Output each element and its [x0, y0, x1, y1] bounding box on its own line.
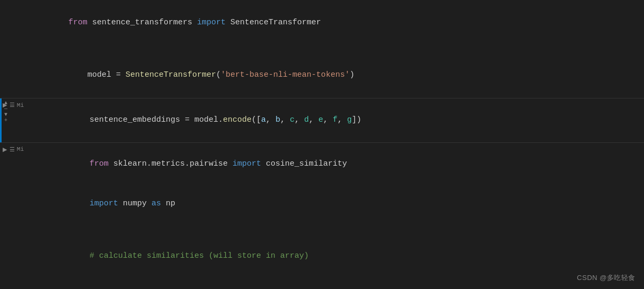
var-f: f	[333, 115, 337, 124]
cell-minus: [-] ▶ ☰ Mi from sklearn.metrics.pairwise…	[0, 143, 644, 290]
kw-import-1: import	[232, 159, 261, 168]
fold-down[interactable]: ▼	[4, 112, 7, 118]
fold-up[interactable]: ▲	[4, 101, 7, 106]
notebook-container: from sentence_transformers import Senten…	[0, 0, 644, 289]
var-d: d	[304, 115, 309, 124]
var-g: g	[347, 115, 352, 124]
comment-calculate: # calculate similarities (will store in …	[70, 251, 309, 260]
run-button-minus[interactable]: ▶	[2, 147, 8, 152]
cell-label-minus: Mi	[17, 146, 24, 152]
string-value: 'bert-base-nli-mean-tokens'	[221, 70, 350, 79]
code-line: from sentence_transformers import Senten…	[30, 3, 644, 42]
code-line-model: model = SentenceTransformer('bert-base-n…	[30, 56, 644, 95]
partial-cell-content: from sentence_transformers import Senten…	[0, 0, 644, 98]
code-line-embeddings: sentence_embeddings = model.encode([a, b…	[32, 101, 640, 140]
cell-3-content[interactable]: sentence_embeddings = model.encode([a, b…	[28, 98, 644, 142]
code-line-blank-2	[32, 223, 640, 237]
cell-3: ▲ — ▼ + [3] ▶ ☰ Mi sentence_embeddings =…	[0, 98, 644, 142]
kw-import-2: import	[90, 199, 118, 208]
fn-sentencetransformer: SentenceTransformer	[126, 70, 216, 79]
var-b: b	[275, 115, 280, 124]
keyword-import: import	[197, 18, 226, 27]
list-icon-minus: ☰	[10, 146, 15, 153]
code-line-import-numpy: import numpy as np	[32, 184, 640, 223]
gutter-row-minus: [-] ▶ ☰ Mi	[0, 144, 24, 153]
cell-label-3: Mi	[17, 102, 24, 109]
var-c: c	[290, 115, 294, 124]
fold-marker: —	[4, 106, 7, 112]
top-partial-cell: from sentence_transformers import Senten…	[0, 0, 644, 98]
kw-from-1: from	[90, 159, 109, 168]
code-line-comment: # calculate similarities (will store in …	[32, 237, 640, 276]
fold-controls: ▲ — ▼ +	[2, 98, 10, 142]
code-line-blank	[30, 42, 644, 56]
cell-minus-content[interactable]: from sklearn.metrics.pairwise import cos…	[28, 143, 644, 290]
var-a: a	[261, 115, 266, 124]
watermark: CSDN @多吃轻食	[577, 273, 636, 283]
var-e: e	[318, 115, 323, 124]
fold-add[interactable]: +	[4, 118, 7, 123]
kw-as: as	[151, 199, 161, 208]
cell-toolbar-minus: ☰ Mi	[10, 146, 24, 153]
code-line-from-sklearn: from sklearn.metrics.pairwise import cos…	[32, 145, 640, 184]
list-icon: ☰	[10, 102, 15, 109]
cell-toolbar: ☰ Mi	[10, 102, 24, 109]
keyword-from: from	[68, 18, 87, 27]
code-line-scores: scores = np.zeros((sentence_embeddings.s…	[32, 276, 640, 289]
cell-minus-gutter: [-] ▶ ☰ Mi	[2, 143, 28, 159]
fn-encode: encode	[223, 115, 252, 124]
